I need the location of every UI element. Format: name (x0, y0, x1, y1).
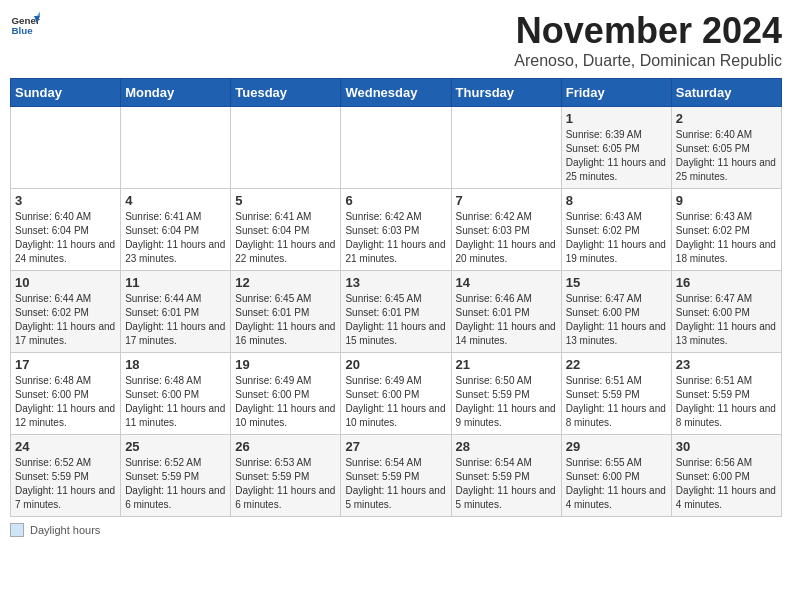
title-area: November 2024 Arenoso, Duarte, Dominican… (514, 10, 782, 70)
day-info: Sunrise: 6:40 AM Sunset: 6:05 PM Dayligh… (676, 128, 777, 184)
calendar-cell: 26Sunrise: 6:53 AM Sunset: 5:59 PM Dayli… (231, 435, 341, 517)
calendar-cell (451, 107, 561, 189)
day-number: 6 (345, 193, 446, 208)
day-info: Sunrise: 6:54 AM Sunset: 5:59 PM Dayligh… (456, 456, 557, 512)
svg-marker-3 (37, 12, 40, 17)
day-info: Sunrise: 6:40 AM Sunset: 6:04 PM Dayligh… (15, 210, 116, 266)
day-number: 11 (125, 275, 226, 290)
calendar-cell: 10Sunrise: 6:44 AM Sunset: 6:02 PM Dayli… (11, 271, 121, 353)
subtitle: Arenoso, Duarte, Dominican Republic (514, 52, 782, 70)
calendar-cell: 20Sunrise: 6:49 AM Sunset: 6:00 PM Dayli… (341, 353, 451, 435)
svg-text:Blue: Blue (12, 25, 34, 36)
day-number: 29 (566, 439, 667, 454)
day-info: Sunrise: 6:45 AM Sunset: 6:01 PM Dayligh… (235, 292, 336, 348)
day-number: 16 (676, 275, 777, 290)
day-header: Thursday (451, 79, 561, 107)
calendar-header-row: SundayMondayTuesdayWednesdayThursdayFrid… (11, 79, 782, 107)
calendar-cell: 5Sunrise: 6:41 AM Sunset: 6:04 PM Daylig… (231, 189, 341, 271)
day-info: Sunrise: 6:48 AM Sunset: 6:00 PM Dayligh… (125, 374, 226, 430)
day-info: Sunrise: 6:44 AM Sunset: 6:02 PM Dayligh… (15, 292, 116, 348)
day-number: 8 (566, 193, 667, 208)
day-info: Sunrise: 6:42 AM Sunset: 6:03 PM Dayligh… (345, 210, 446, 266)
calendar-cell: 12Sunrise: 6:45 AM Sunset: 6:01 PM Dayli… (231, 271, 341, 353)
calendar-body: 1Sunrise: 6:39 AM Sunset: 6:05 PM Daylig… (11, 107, 782, 517)
legend-box (10, 523, 24, 537)
day-info: Sunrise: 6:47 AM Sunset: 6:00 PM Dayligh… (676, 292, 777, 348)
day-header: Sunday (11, 79, 121, 107)
calendar-cell (341, 107, 451, 189)
day-info: Sunrise: 6:43 AM Sunset: 6:02 PM Dayligh… (676, 210, 777, 266)
day-number: 7 (456, 193, 557, 208)
calendar-cell: 29Sunrise: 6:55 AM Sunset: 6:00 PM Dayli… (561, 435, 671, 517)
day-number: 28 (456, 439, 557, 454)
day-number: 26 (235, 439, 336, 454)
day-info: Sunrise: 6:51 AM Sunset: 5:59 PM Dayligh… (676, 374, 777, 430)
day-number: 12 (235, 275, 336, 290)
calendar-cell: 1Sunrise: 6:39 AM Sunset: 6:05 PM Daylig… (561, 107, 671, 189)
day-number: 2 (676, 111, 777, 126)
header: General Blue November 2024 Arenoso, Duar… (10, 10, 782, 70)
month-title: November 2024 (514, 10, 782, 52)
calendar-cell: 27Sunrise: 6:54 AM Sunset: 5:59 PM Dayli… (341, 435, 451, 517)
calendar-cell: 3Sunrise: 6:40 AM Sunset: 6:04 PM Daylig… (11, 189, 121, 271)
calendar-cell: 13Sunrise: 6:45 AM Sunset: 6:01 PM Dayli… (341, 271, 451, 353)
calendar-cell: 9Sunrise: 6:43 AM Sunset: 6:02 PM Daylig… (671, 189, 781, 271)
day-info: Sunrise: 6:44 AM Sunset: 6:01 PM Dayligh… (125, 292, 226, 348)
day-info: Sunrise: 6:51 AM Sunset: 5:59 PM Dayligh… (566, 374, 667, 430)
calendar-cell: 30Sunrise: 6:56 AM Sunset: 6:00 PM Dayli… (671, 435, 781, 517)
day-number: 15 (566, 275, 667, 290)
day-header: Tuesday (231, 79, 341, 107)
day-number: 3 (15, 193, 116, 208)
day-number: 14 (456, 275, 557, 290)
calendar-cell: 25Sunrise: 6:52 AM Sunset: 5:59 PM Dayli… (121, 435, 231, 517)
calendar-cell (11, 107, 121, 189)
day-number: 30 (676, 439, 777, 454)
calendar-cell: 14Sunrise: 6:46 AM Sunset: 6:01 PM Dayli… (451, 271, 561, 353)
calendar-cell: 2Sunrise: 6:40 AM Sunset: 6:05 PM Daylig… (671, 107, 781, 189)
calendar-cell: 15Sunrise: 6:47 AM Sunset: 6:00 PM Dayli… (561, 271, 671, 353)
day-info: Sunrise: 6:54 AM Sunset: 5:59 PM Dayligh… (345, 456, 446, 512)
day-info: Sunrise: 6:50 AM Sunset: 5:59 PM Dayligh… (456, 374, 557, 430)
legend-label: Daylight hours (30, 524, 100, 536)
day-number: 20 (345, 357, 446, 372)
calendar-table: SundayMondayTuesdayWednesdayThursdayFrid… (10, 78, 782, 517)
logo: General Blue (10, 10, 40, 40)
day-number: 19 (235, 357, 336, 372)
day-info: Sunrise: 6:55 AM Sunset: 6:00 PM Dayligh… (566, 456, 667, 512)
calendar-cell: 19Sunrise: 6:49 AM Sunset: 6:00 PM Dayli… (231, 353, 341, 435)
day-info: Sunrise: 6:42 AM Sunset: 6:03 PM Dayligh… (456, 210, 557, 266)
day-info: Sunrise: 6:49 AM Sunset: 6:00 PM Dayligh… (345, 374, 446, 430)
day-info: Sunrise: 6:52 AM Sunset: 5:59 PM Dayligh… (125, 456, 226, 512)
calendar-cell: 28Sunrise: 6:54 AM Sunset: 5:59 PM Dayli… (451, 435, 561, 517)
day-info: Sunrise: 6:46 AM Sunset: 6:01 PM Dayligh… (456, 292, 557, 348)
calendar-cell: 16Sunrise: 6:47 AM Sunset: 6:00 PM Dayli… (671, 271, 781, 353)
day-number: 27 (345, 439, 446, 454)
day-header: Friday (561, 79, 671, 107)
calendar-cell: 18Sunrise: 6:48 AM Sunset: 6:00 PM Dayli… (121, 353, 231, 435)
calendar-cell: 4Sunrise: 6:41 AM Sunset: 6:04 PM Daylig… (121, 189, 231, 271)
day-info: Sunrise: 6:43 AM Sunset: 6:02 PM Dayligh… (566, 210, 667, 266)
calendar-cell: 21Sunrise: 6:50 AM Sunset: 5:59 PM Dayli… (451, 353, 561, 435)
day-info: Sunrise: 6:45 AM Sunset: 6:01 PM Dayligh… (345, 292, 446, 348)
calendar-week-row: 17Sunrise: 6:48 AM Sunset: 6:00 PM Dayli… (11, 353, 782, 435)
calendar-cell: 23Sunrise: 6:51 AM Sunset: 5:59 PM Dayli… (671, 353, 781, 435)
day-number: 25 (125, 439, 226, 454)
calendar-cell (231, 107, 341, 189)
day-info: Sunrise: 6:56 AM Sunset: 6:00 PM Dayligh… (676, 456, 777, 512)
day-info: Sunrise: 6:53 AM Sunset: 5:59 PM Dayligh… (235, 456, 336, 512)
day-info: Sunrise: 6:47 AM Sunset: 6:00 PM Dayligh… (566, 292, 667, 348)
day-info: Sunrise: 6:52 AM Sunset: 5:59 PM Dayligh… (15, 456, 116, 512)
calendar-week-row: 10Sunrise: 6:44 AM Sunset: 6:02 PM Dayli… (11, 271, 782, 353)
day-number: 10 (15, 275, 116, 290)
day-number: 9 (676, 193, 777, 208)
day-header: Monday (121, 79, 231, 107)
calendar-cell: 8Sunrise: 6:43 AM Sunset: 6:02 PM Daylig… (561, 189, 671, 271)
day-number: 23 (676, 357, 777, 372)
calendar-cell: 17Sunrise: 6:48 AM Sunset: 6:00 PM Dayli… (11, 353, 121, 435)
day-info: Sunrise: 6:39 AM Sunset: 6:05 PM Dayligh… (566, 128, 667, 184)
calendar-cell: 6Sunrise: 6:42 AM Sunset: 6:03 PM Daylig… (341, 189, 451, 271)
day-number: 17 (15, 357, 116, 372)
logo-icon: General Blue (10, 10, 40, 40)
calendar-week-row: 24Sunrise: 6:52 AM Sunset: 5:59 PM Dayli… (11, 435, 782, 517)
calendar-cell (121, 107, 231, 189)
